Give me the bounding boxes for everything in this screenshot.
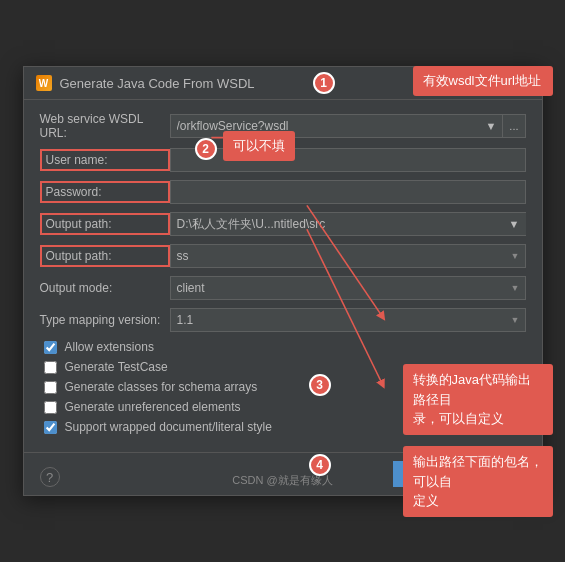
output-mode-select[interactable]: client [170,276,526,300]
annotation-bubble-1: 1 [313,72,335,94]
generate-classes-checkbox[interactable] [44,381,57,394]
output-path-1-input[interactable] [170,212,503,236]
output-mode-label: Output mode: [40,281,170,295]
checkbox-allow-extensions: Allow extensions [40,340,526,354]
wsdl-label: Web service WSDL URL: [40,112,170,140]
annotation-tooltip-3: 转换的Java代码输出路径目录，可以自定义 [403,364,553,435]
annotation-bubble-4: 4 [309,454,331,476]
allow-extensions-label: Allow extensions [65,340,154,354]
dialog-icon: W [36,75,52,91]
password-input[interactable] [170,180,526,204]
annotation-tooltip-1: 有效wsdl文件url地址 [413,66,553,96]
generate-unreferenced-label: Generate unreferenced elements [65,400,241,414]
generate-classes-label: Generate classes for schema arrays [65,380,258,394]
support-wrapped-checkbox[interactable] [44,421,57,434]
type-mapping-select[interactable]: 1.1 [170,308,526,332]
output-path-1-row: Output path: ▼ [40,212,526,236]
output-path-1-input-group: ▼ [170,212,526,236]
output-path-2-row: Output path: ss [40,244,526,268]
allow-extensions-checkbox[interactable] [44,341,57,354]
output-path-1-label: Output path: [40,213,170,235]
annotation-tooltip-2: 可以不填 [223,131,295,161]
output-mode-row: Output mode: client [40,276,526,300]
output-path-2-select-wrapper: ss [170,244,526,268]
type-mapping-row: Type mapping version: 1.1 [40,308,526,332]
support-wrapped-label: Support wrapped document/literal style [65,420,272,434]
wsdl-input[interactable] [170,114,480,138]
output-mode-select-wrapper: client [170,276,526,300]
output-path-2-select[interactable]: ss [170,244,526,268]
generate-testcase-checkbox[interactable] [44,361,57,374]
annotation-bubble-3: 3 [309,374,331,396]
generate-unreferenced-checkbox[interactable] [44,401,57,414]
annotation-tooltip-4: 输出路径下面的包名，可以自定义 [403,446,553,517]
generate-testcase-label: Generate TestCase [65,360,168,374]
annotation-bubble-2: 2 [195,138,217,160]
wsdl-dropdown-button[interactable]: ▼ [479,114,502,138]
type-mapping-select-wrapper: 1.1 [170,308,526,332]
help-button[interactable]: ? [40,467,60,487]
username-label: User name: [40,149,170,171]
output-path-1-dropdown[interactable]: ▼ [503,212,526,236]
wsdl-browse-button[interactable]: ... [502,114,525,138]
type-mapping-label: Type mapping version: [40,313,170,327]
output-path-2-label: Output path: [40,245,170,267]
password-label: Password: [40,181,170,203]
password-row: Password: [40,180,526,204]
